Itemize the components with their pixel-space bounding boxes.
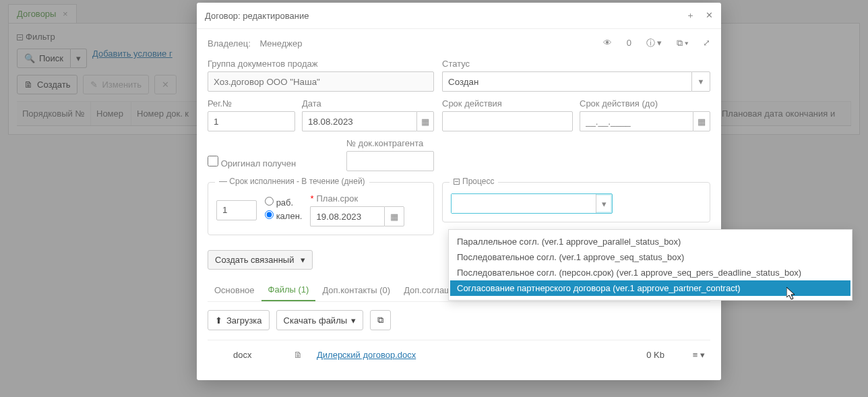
status-input[interactable] bbox=[442, 71, 691, 92]
date-label: Дата bbox=[302, 98, 434, 109]
owner-value: Менеджер bbox=[259, 38, 302, 49]
filetype-icon: 🗎 bbox=[294, 350, 317, 360]
svg-marker-0 bbox=[786, 287, 795, 299]
valid-to-label: Срок действия (до) bbox=[580, 98, 710, 109]
tab-files[interactable]: Файлы (1) bbox=[261, 279, 316, 301]
process-combobox[interactable]: ▾ bbox=[451, 193, 613, 214]
plan-date-input[interactable] bbox=[310, 206, 384, 226]
file-row: docx 🗎 Дилерский договор.docx 0 Kb ≡ ▾ bbox=[208, 340, 710, 369]
doc-group-input[interactable] bbox=[208, 71, 434, 92]
doc-no-label: № док.контрагента bbox=[346, 138, 434, 148]
expand-icon[interactable]: ⤢ bbox=[703, 38, 710, 48]
upload-icon: ⬆ bbox=[215, 315, 222, 326]
process-option[interactable]: Последовательное согл. (ver.1 approve_se… bbox=[450, 249, 850, 265]
dialog-title: Договор: редактирование bbox=[205, 11, 309, 21]
chevron-down-icon[interactable]: ▾ bbox=[596, 194, 612, 213]
chevron-down-icon: ▾ bbox=[351, 315, 356, 326]
doc-group-label: Группа документов продаж bbox=[208, 59, 434, 69]
reg-input[interactable] bbox=[208, 111, 295, 131]
valid-to-picker[interactable]: ▦ bbox=[580, 111, 710, 131]
view-count: 👁 0 bbox=[591, 38, 631, 48]
original-received-label: Оригинал получен bbox=[221, 158, 296, 169]
file-link[interactable]: Дилерский договор.docx bbox=[317, 350, 590, 360]
close-icon[interactable]: ✕ bbox=[706, 10, 713, 20]
radio-calendar[interactable]: кален. bbox=[265, 210, 302, 221]
original-received-input[interactable] bbox=[208, 156, 218, 166]
original-received-checkbox[interactable]: Оригинал получен bbox=[208, 156, 296, 169]
process-fieldset: Процесс ▾ bbox=[442, 182, 710, 222]
mouse-cursor-icon bbox=[786, 287, 797, 301]
file-menu[interactable]: ≡ ▾ bbox=[664, 350, 705, 360]
days-input[interactable] bbox=[216, 200, 257, 220]
chevron-down-icon: ▾ bbox=[301, 255, 305, 265]
field-status: Статус ▼ bbox=[442, 59, 710, 92]
date-picker[interactable]: ▦ bbox=[302, 111, 434, 131]
chevron-down-icon[interactable]: ▼ bbox=[691, 71, 710, 92]
status-label: Статус bbox=[442, 59, 710, 69]
process-input[interactable] bbox=[452, 194, 596, 213]
plan-date-label: *План.срок bbox=[310, 193, 404, 204]
plus-icon[interactable]: ＋ bbox=[686, 10, 695, 20]
process-option[interactable]: Последовательное согл. (персон.срок) (ve… bbox=[450, 265, 850, 280]
copy-icon[interactable]: ⧉ ▾ bbox=[677, 38, 689, 48]
process-option[interactable]: Параллельное согл. (ver.1 approve_parall… bbox=[450, 234, 850, 249]
plan-date-picker[interactable]: ▦ bbox=[310, 206, 404, 226]
tab-contacts[interactable]: Доп.контакты (0) bbox=[315, 280, 397, 301]
exec-term-fieldset: — Срок исполнения - В течение (дней) раб… bbox=[208, 182, 434, 235]
copy-button[interactable]: ⧉ bbox=[370, 310, 391, 330]
calendar-icon[interactable]: ▦ bbox=[693, 111, 710, 131]
status-select[interactable]: ▼ bbox=[442, 71, 710, 92]
file-size: 0 Kb bbox=[590, 350, 664, 360]
date-input[interactable] bbox=[302, 111, 416, 131]
copy-icon: ⧉ bbox=[377, 315, 383, 326]
eye-icon: 👁 bbox=[603, 38, 612, 48]
tab-main[interactable]: Основное bbox=[208, 280, 261, 301]
file-ext: docx bbox=[213, 350, 294, 360]
info-icon[interactable]: ⓘ ▾ bbox=[646, 38, 662, 48]
valid-label: Срок действия bbox=[442, 98, 573, 109]
radio-workdays[interactable]: раб. bbox=[265, 197, 302, 208]
process-legend: Процесс bbox=[462, 177, 494, 186]
upload-button[interactable]: ⬆Загрузка bbox=[208, 310, 270, 330]
create-linked-button[interactable]: Создать связанный ▾ bbox=[208, 250, 313, 270]
owner-label: Владелец: bbox=[208, 38, 251, 49]
valid-input[interactable] bbox=[442, 111, 573, 131]
calendar-icon[interactable]: ▦ bbox=[416, 111, 434, 131]
reg-label: Рег.№ bbox=[208, 98, 295, 109]
download-files-button[interactable]: Скачать файлы ▾ bbox=[276, 310, 363, 330]
field-doc-group: Группа документов продаж bbox=[208, 59, 434, 92]
valid-to-input[interactable] bbox=[580, 111, 693, 131]
exec-term-legend: Срок исполнения - В течение (дней) bbox=[229, 177, 365, 186]
doc-no-input[interactable] bbox=[346, 151, 434, 171]
calendar-icon[interactable]: ▦ bbox=[384, 206, 404, 226]
edit-dialog: Договор: редактирование ＋ ✕ Владелец: Ме… bbox=[197, 3, 721, 380]
